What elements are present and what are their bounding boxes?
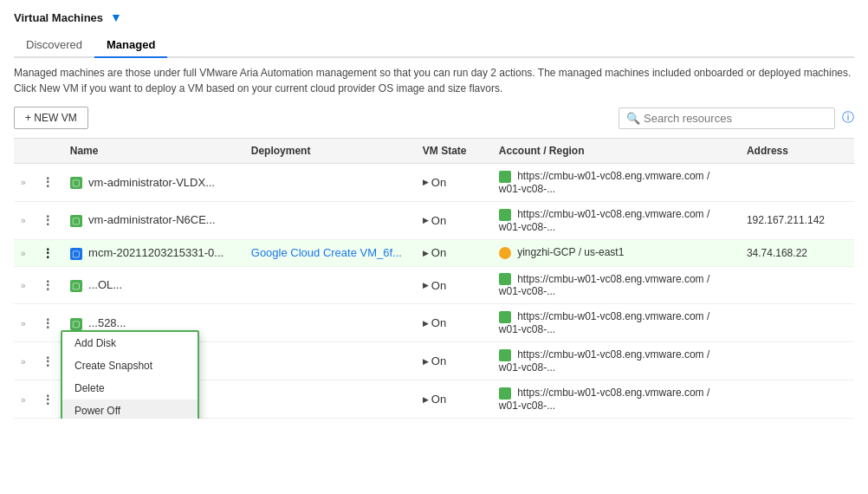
address-cell bbox=[740, 164, 854, 202]
vm-icon: ▢ bbox=[70, 215, 82, 227]
vm-name: ...OL... bbox=[88, 278, 122, 291]
play-icon: ▶ bbox=[423, 281, 429, 289]
row-actions-button[interactable]: ⋮ bbox=[42, 393, 54, 406]
deployment-cell bbox=[244, 266, 416, 304]
table-header-row: Name Deployment VM State Account / Regio… bbox=[14, 139, 854, 164]
deployment-link[interactable]: Google Cloud Create VM_6f... bbox=[251, 246, 402, 259]
col-account-header: Account / Region bbox=[492, 139, 740, 164]
vm-name-cell: ▢ vm-administrator-VLDX... bbox=[63, 164, 244, 202]
expand-button[interactable]: » bbox=[21, 281, 26, 290]
row-actions-button[interactable]: ⋮ bbox=[42, 316, 54, 330]
col-expand-header bbox=[14, 139, 35, 164]
filter-icon[interactable]: ▼ bbox=[110, 10, 122, 24]
expand-button[interactable]: » bbox=[21, 178, 26, 187]
search-box: 🔍 bbox=[619, 107, 835, 129]
new-vm-button[interactable]: + NEW VM bbox=[14, 107, 88, 129]
state-cell: ▶ On bbox=[416, 380, 492, 419]
search-input[interactable] bbox=[644, 112, 827, 125]
search-area: 🔍 ⓘ bbox=[619, 107, 854, 129]
table-row: » ⋮ ▢ mcm-20211203215331-0... Google Clo… bbox=[14, 239, 854, 266]
context-menu-delete[interactable]: Delete bbox=[62, 377, 198, 400]
play-icon: ▶ bbox=[423, 357, 429, 366]
col-address-header: Address bbox=[740, 139, 854, 164]
state-cell: ▶ On bbox=[416, 164, 492, 202]
table-row: » ⋮ ▢ vm-administrator-VLDX... ▶ On http… bbox=[14, 164, 854, 202]
account-cell: https://cmbu-w01-vc08.eng.vmware.com / w… bbox=[492, 266, 740, 304]
account-cell: https://cmbu-w01-vc08.eng.vmware.com / w… bbox=[492, 164, 740, 202]
expand-button[interactable]: » bbox=[21, 249, 26, 258]
row-actions-button[interactable]: ⋮ bbox=[42, 354, 54, 368]
account-icon bbox=[499, 349, 511, 361]
account-cell: https://cmbu-w01-vc08.eng.vmware.com / w… bbox=[492, 201, 740, 239]
page-title: Virtual Machines bbox=[14, 11, 103, 24]
page-container: Virtual Machines ▼ Discovered Managed Ma… bbox=[0, 0, 868, 429]
col-state-header: VM State bbox=[416, 139, 492, 164]
account-icon bbox=[499, 171, 511, 183]
table-row: » ⋮ ▢ vm-administrator-N6CE... ▶ On http… bbox=[14, 201, 854, 239]
state-cell: ▶ On bbox=[416, 304, 492, 342]
address-cell bbox=[740, 380, 854, 419]
vm-name-cell: ▢ mcm-20211203215331-0... bbox=[63, 239, 244, 266]
account-cell: https://cmbu-w01-vc08.eng.vmware.com / w… bbox=[492, 342, 740, 380]
table-row: » ⋮ ▢ ...OL... ▶ On https://cmbu-w01-vc0… bbox=[14, 266, 854, 304]
address-cell bbox=[740, 304, 854, 342]
context-menu: Add Disk Create Snapshot Delete Power Of… bbox=[61, 330, 199, 419]
deployment-cell bbox=[244, 164, 416, 202]
vm-name-cell: ▢ vm-administrator-N6CE... bbox=[63, 201, 244, 239]
toolbar: + NEW VM 🔍 ⓘ bbox=[14, 107, 854, 129]
deployment-cell bbox=[244, 342, 416, 380]
state-cell: ▶ On bbox=[416, 266, 492, 304]
address-cell bbox=[740, 266, 854, 304]
gcp-icon bbox=[499, 247, 511, 259]
address-cell: 192.167.211.142 bbox=[740, 201, 854, 239]
state-cell: ▶ On bbox=[416, 239, 492, 266]
account-cell: yingzhi-GCP / us-east1 bbox=[492, 239, 740, 266]
search-icon: 🔍 bbox=[626, 112, 640, 125]
row-actions-button[interactable]: ⋮ bbox=[42, 175, 54, 189]
account-icon bbox=[499, 209, 511, 221]
context-menu-add-disk[interactable]: Add Disk bbox=[62, 332, 198, 354]
play-icon: ▶ bbox=[423, 178, 429, 186]
row-actions-button[interactable]: ⋮ bbox=[42, 246, 54, 260]
play-icon: ▶ bbox=[423, 249, 429, 257]
tab-discovered[interactable]: Discovered bbox=[14, 33, 94, 58]
vm-icon: ▢ bbox=[70, 248, 82, 260]
vm-name: vm-administrator-N6CE... bbox=[88, 213, 216, 226]
row-actions-button[interactable]: ⋮ bbox=[42, 213, 54, 227]
col-actions-header bbox=[35, 139, 63, 164]
info-icon[interactable]: ⓘ bbox=[842, 110, 854, 126]
account-cell: https://cmbu-w01-vc08.eng.vmware.com / w… bbox=[492, 304, 740, 342]
context-menu-power-off[interactable]: Power Off bbox=[62, 400, 198, 419]
deployment-cell bbox=[244, 304, 416, 342]
deployment-cell: Google Cloud Create VM_6f... bbox=[244, 239, 416, 266]
col-name-header: Name bbox=[63, 139, 244, 164]
account-cell: https://cmbu-w01-vc08.eng.vmware.com / w… bbox=[492, 380, 740, 419]
expand-button[interactable]: » bbox=[21, 216, 26, 225]
context-menu-create-snapshot[interactable]: Create Snapshot bbox=[62, 354, 198, 377]
vm-icon: ▢ bbox=[70, 318, 82, 330]
expand-button[interactable]: » bbox=[21, 357, 26, 367]
row-actions-button[interactable]: ⋮ bbox=[42, 278, 54, 292]
account-icon bbox=[499, 273, 511, 285]
vm-name: mcm-20211203215331-0... bbox=[88, 246, 223, 259]
vm-name-cell: ▢ ...OL... bbox=[63, 266, 244, 304]
page-description: Managed machines are those under full VM… bbox=[14, 65, 854, 96]
tabs-container: Discovered Managed bbox=[14, 33, 854, 58]
play-icon: ▶ bbox=[423, 395, 429, 404]
expand-button[interactable]: » bbox=[21, 319, 26, 328]
deployment-cell bbox=[244, 201, 416, 239]
table-container: Name Deployment VM State Account / Regio… bbox=[14, 138, 854, 419]
vm-icon: ▢ bbox=[70, 177, 82, 189]
col-deployment-header: Deployment bbox=[244, 139, 416, 164]
play-icon: ▶ bbox=[423, 216, 429, 224]
deployment-cell bbox=[244, 380, 416, 419]
account-icon bbox=[499, 311, 511, 323]
page-title-area: Virtual Machines ▼ bbox=[14, 10, 854, 24]
state-cell: ▶ On bbox=[416, 201, 492, 239]
tab-managed[interactable]: Managed bbox=[94, 33, 167, 58]
account-icon bbox=[499, 387, 511, 400]
vm-icon: ▢ bbox=[70, 280, 82, 292]
vm-name: ...528... bbox=[88, 316, 126, 329]
vm-name: vm-administrator-VLDX... bbox=[88, 176, 215, 189]
expand-button[interactable]: » bbox=[21, 395, 26, 405]
